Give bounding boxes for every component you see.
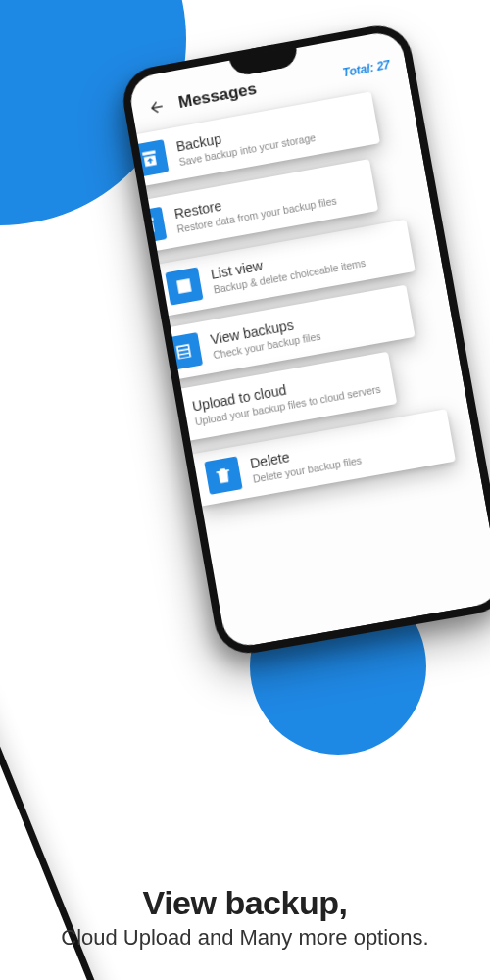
archive-down-icon: [130, 139, 169, 177]
options-list: Backup Save backup into your storage Res…: [137, 84, 480, 521]
grid-icon: [165, 332, 203, 370]
trash-icon: [204, 456, 242, 494]
phone-screen: Messages Total: 27 Backup Save backup in…: [127, 29, 490, 650]
back-arrow-icon[interactable]: [147, 97, 168, 118]
phone-mockup: Messages Total: 27 Backup Save backup in…: [119, 21, 490, 659]
promo-caption: View backup, Cloud Upload and Many more …: [0, 884, 490, 952]
total-label: Total:: [342, 61, 375, 79]
caption-subheading: Cloud Upload and Many more options.: [39, 924, 451, 952]
total-value: 27: [375, 58, 391, 74]
archive-up-icon: [128, 207, 167, 245]
total-count: Total: 27: [342, 58, 392, 79]
cloud-upload-icon: [146, 399, 184, 437]
list-icon: [165, 267, 203, 305]
caption-heading: View backup,: [39, 884, 451, 922]
